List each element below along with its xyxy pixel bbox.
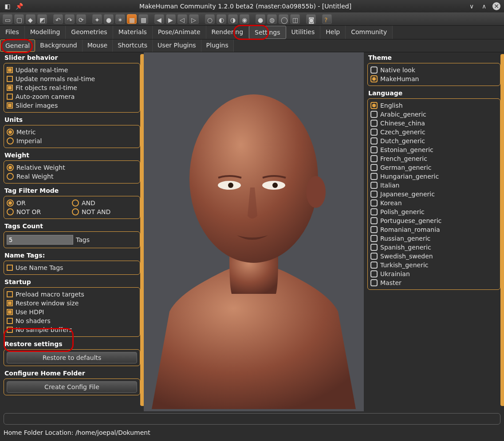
pose-icon[interactable]: ✶ xyxy=(115,14,125,24)
radio-icon[interactable] xyxy=(370,146,378,153)
open-icon[interactable]: ▢ xyxy=(14,14,24,24)
menu-poseanimate[interactable]: Pose/Animate xyxy=(153,26,206,39)
maximize-icon[interactable]: ∧ xyxy=(480,2,488,10)
grid-icon[interactable]: ▦ xyxy=(127,14,137,24)
option-row[interactable]: Ukrainian xyxy=(370,269,497,278)
radio-icon[interactable] xyxy=(370,261,378,269)
radio-icon[interactable] xyxy=(7,137,14,144)
option-row[interactable]: OR xyxy=(7,199,72,207)
radio-icon[interactable] xyxy=(370,235,378,242)
menu-materials[interactable]: Materials xyxy=(113,26,153,39)
option-row[interactable]: Polish_generic xyxy=(370,207,497,216)
radio-icon[interactable] xyxy=(370,270,378,277)
symm-l2-icon[interactable]: ◁ xyxy=(177,14,187,24)
option-row[interactable]: No shaders xyxy=(7,316,137,325)
checkbox-icon[interactable] xyxy=(7,300,13,306)
option-row[interactable]: Update normals real-time xyxy=(7,74,137,83)
sphere5-icon[interactable]: ● xyxy=(256,14,265,24)
option-row[interactable]: AND xyxy=(72,199,137,207)
tab-mouse[interactable]: Mouse xyxy=(83,39,113,52)
tab-user-plugins[interactable]: User Plugins xyxy=(153,39,201,52)
menu-community[interactable]: Community xyxy=(346,26,393,39)
radio-icon[interactable] xyxy=(72,199,79,207)
option-row[interactable]: French_generic xyxy=(370,154,497,163)
cube-icon[interactable]: ◫ xyxy=(290,14,300,24)
option-row[interactable]: Dutch_generic xyxy=(370,137,497,145)
radio-icon[interactable] xyxy=(7,208,14,215)
sphere3-icon[interactable]: ◑ xyxy=(228,14,238,24)
option-row[interactable]: Metric xyxy=(7,128,137,137)
checkbox-icon[interactable] xyxy=(7,318,13,324)
option-row[interactable]: Slider images xyxy=(7,101,137,110)
save-icon[interactable]: ◆ xyxy=(26,14,35,24)
option-row[interactable]: Hungarian_generic xyxy=(370,172,497,181)
reset-icon[interactable]: ⟳ xyxy=(76,14,86,24)
export-icon[interactable]: ◩ xyxy=(37,14,47,24)
option-row[interactable]: Estonian_generic xyxy=(370,145,497,154)
checkbox-icon[interactable] xyxy=(7,327,13,333)
option-row[interactable]: English xyxy=(370,101,497,110)
symm-r2-icon[interactable]: ▷ xyxy=(189,14,199,24)
close-icon[interactable]: ✕ xyxy=(492,2,500,10)
option-row[interactable]: Italian xyxy=(370,181,497,190)
create-config-button[interactable]: Create Config File xyxy=(7,381,137,393)
checkbox-icon[interactable] xyxy=(7,309,13,315)
new-icon[interactable]: ▭ xyxy=(3,14,12,24)
undo-icon[interactable]: ↶ xyxy=(53,14,63,24)
checkbox-icon[interactable] xyxy=(7,76,13,82)
option-row[interactable]: NOT AND xyxy=(72,207,137,216)
radio-icon[interactable] xyxy=(370,102,378,109)
option-row[interactable]: German_generic xyxy=(370,163,497,172)
option-row[interactable]: Fit objects real-time xyxy=(7,83,137,92)
checkbox-icon[interactable] xyxy=(7,102,13,109)
radio-icon[interactable] xyxy=(370,173,378,180)
option-row[interactable]: Use HDPI xyxy=(7,308,137,316)
radio-icon[interactable] xyxy=(370,226,378,233)
menu-utilities[interactable]: Utilities xyxy=(286,26,321,39)
radio-icon[interactable] xyxy=(370,164,378,171)
radio-icon[interactable] xyxy=(7,173,14,180)
radio-icon[interactable] xyxy=(370,199,378,207)
help-icon[interactable]: ? xyxy=(322,14,332,24)
muscle-icon[interactable]: ◍ xyxy=(267,14,277,24)
sphere2-icon[interactable]: ◐ xyxy=(217,14,226,24)
symm-r-icon[interactable]: ▶ xyxy=(166,14,176,24)
radio-icon[interactable] xyxy=(72,208,79,215)
menu-modelling[interactable]: Modelling xyxy=(25,26,66,39)
radio-icon[interactable] xyxy=(370,191,378,198)
option-row[interactable]: Spanish_generic xyxy=(370,243,497,252)
option-row[interactable]: Native look xyxy=(370,66,497,74)
option-row[interactable]: Czech_generic xyxy=(370,128,497,137)
tab-plugins[interactable]: Plugins xyxy=(201,39,234,52)
option-row[interactable]: Korean xyxy=(370,199,497,207)
option-row[interactable]: Preload macro targets xyxy=(7,290,137,299)
option-row[interactable]: Auto-zoom camera xyxy=(7,92,137,101)
symm-l-icon[interactable]: ◀ xyxy=(154,14,164,24)
option-row[interactable]: Japanese_generic xyxy=(370,190,497,199)
option-row[interactable]: NOT OR xyxy=(7,207,72,216)
radio-icon[interactable] xyxy=(7,199,14,207)
radio-icon[interactable] xyxy=(370,155,378,162)
menu-settings[interactable]: Settings xyxy=(249,26,286,39)
radio-icon[interactable] xyxy=(370,208,378,215)
left-scrollbar[interactable] xyxy=(140,54,144,406)
radio-icon[interactable] xyxy=(370,279,378,286)
radio-icon[interactable] xyxy=(370,120,378,127)
option-row[interactable]: Chinese_china xyxy=(370,119,497,128)
app-icon[interactable]: ◧ xyxy=(4,2,12,10)
checkbox-icon[interactable] xyxy=(7,85,13,91)
option-row[interactable]: Real Weight xyxy=(7,172,137,181)
radio-icon[interactable] xyxy=(370,137,378,144)
option-row[interactable]: Arabic_generic xyxy=(370,110,497,119)
radio-icon[interactable] xyxy=(370,75,378,82)
pin-icon[interactable]: 📌 xyxy=(15,2,23,10)
tab-general[interactable]: General xyxy=(0,39,35,52)
checkbox-icon[interactable] xyxy=(7,94,13,100)
option-row[interactable]: Imperial xyxy=(7,137,137,145)
radio-icon[interactable] xyxy=(370,66,378,74)
right-scrollbar[interactable] xyxy=(500,54,504,406)
checkbox-icon[interactable] xyxy=(7,67,13,73)
checkbox-icon[interactable] xyxy=(7,291,13,297)
radio-icon[interactable] xyxy=(7,129,14,136)
sphere4-icon[interactable]: ◉ xyxy=(240,14,249,24)
